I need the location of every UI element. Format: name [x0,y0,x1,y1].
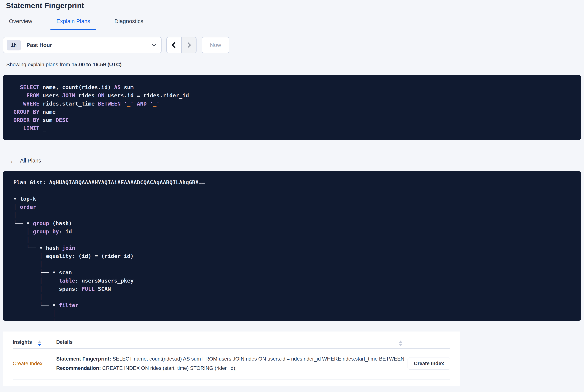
insight-cell: Create Index [13,360,56,366]
sort-asc-triangle [399,340,402,343]
plan-gist-block: Plan Gist: AgHUAQIABQAAAAHYAQIAiAEAAAADC… [3,171,581,321]
previous-interval-button[interactable] [167,38,182,53]
chevron-left-icon [172,42,178,48]
sort-desc-triangle [38,344,41,346]
insight-type-link[interactable]: Create Index [13,360,42,366]
time-range-dropdown[interactable]: 1h Past Hour [3,37,161,53]
tab-bar: Overview Explain Plans Diagnostics [3,18,581,30]
chevron-down-icon [152,42,156,46]
now-button[interactable]: Now [202,37,229,53]
back-arrow-icon: ← [10,158,16,164]
details-column-header[interactable]: Details [56,339,73,348]
showing-range-text: Showing explain plans from 15:00 to 16:5… [6,62,581,68]
all-plans-label: All Plans [20,158,41,164]
time-range-label: Past Hour [26,42,52,48]
plan-gist-tree: • top-k│ order│└── • group (hash) │ grou… [13,195,574,321]
insights-table-header: Insights Details [13,332,450,349]
statement-fingerprint-page: Statement Fingerprint Overview Explain P… [0,0,584,392]
time-controls: 1h Past Hour Now [3,37,581,53]
sort-asc-triangle [38,340,41,343]
detail-statement-text: SELECT name, count(rides.id) AS sum FROM… [111,356,406,362]
showing-range-value: 15:00 to 16:59 (UTC) [71,62,121,68]
create-index-button[interactable]: Create Index [408,358,450,370]
page-title: Statement Fingerprint [3,0,581,10]
table-row: Create Index Statement Fingerprint: SELE… [13,349,450,380]
tab-explain-plans[interactable]: Explain Plans [56,18,90,30]
plan-gist-title: Plan Gist: AgHUAQIABQAAAAHYAQIAiAEAAAADC… [13,178,574,186]
tab-diagnostics[interactable]: Diagnostics [114,18,143,30]
insights-column-header-cell: Insights [13,339,56,348]
insights-column-header[interactable]: Insights [13,339,32,348]
showing-range-prefix: Showing explain plans from [6,62,71,68]
time-range-badge: 1h [7,40,21,50]
details-cell: Statement Fingerprint: SELECT name, coun… [56,354,406,373]
detail-recommendation-label: Recommendation: [56,365,101,371]
details-column-header-cell: Details [56,339,450,348]
detail-statement-label: Statement Fingerprint: [56,356,111,362]
time-nav-group [166,37,196,53]
sort-icon-insights[interactable] [38,340,41,346]
detail-recommendation-text: CREATE INDEX ON rides (start_time) STORI… [101,365,237,371]
sql-statement-block: SELECT name, count(rides.id) AS sum FROM… [3,75,581,140]
detail-statement-line: Statement Fingerprint: SELECT name, coun… [56,354,406,364]
sort-desc-triangle [399,344,402,346]
all-plans-link[interactable]: ← All Plans [10,158,41,164]
detail-recommendation-line: Recommendation: CREATE INDEX ON rides (s… [56,364,406,373]
insights-table-card: Insights Details Create Index Statement … [3,332,460,386]
sql-statement-code: SELECT name, count(rides.id) AS sum FROM… [13,83,574,132]
next-interval-button[interactable] [182,38,196,53]
tab-overview[interactable]: Overview [9,18,32,30]
sort-icon-details[interactable] [399,340,402,346]
chevron-right-icon [185,42,191,48]
